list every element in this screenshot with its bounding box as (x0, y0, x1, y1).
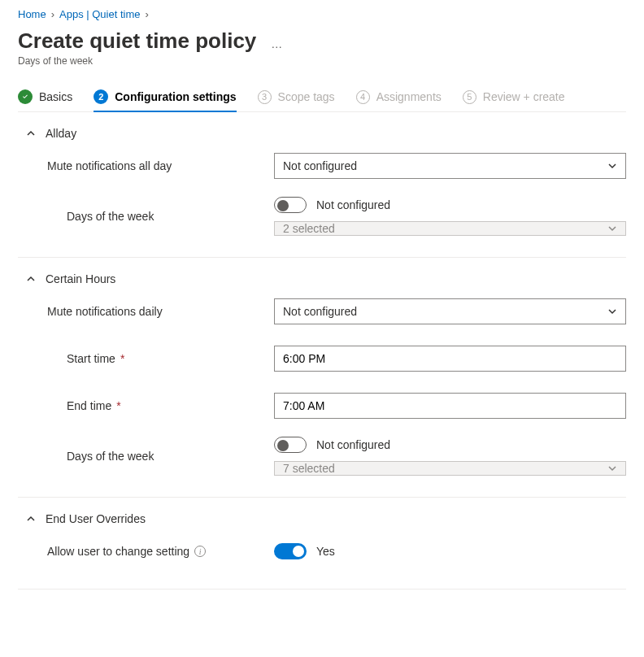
tab-label: Review + create (483, 90, 565, 103)
step-number-icon: 4 (356, 90, 370, 104)
select-value: Not configured (283, 305, 357, 318)
mute-daily-select[interactable]: Not configured (274, 298, 626, 324)
section-certain-hours-toggle[interactable]: Certain Hours (26, 272, 626, 285)
tab-review-create[interactable]: 5 Review + create (463, 84, 565, 112)
select-value: 7 selected (283, 462, 335, 475)
checkmark-icon (18, 89, 33, 104)
tab-label: Assignments (376, 90, 442, 103)
toggle-state-label: Yes (316, 545, 335, 558)
breadcrumb: Home › Apps | Quiet time › (18, 8, 626, 20)
tab-label: Configuration settings (115, 90, 236, 103)
chevron-up-icon (26, 274, 36, 284)
allday-days-select: 2 selected (274, 221, 626, 236)
toggle-knob (277, 440, 289, 451)
section-title: End User Overrides (46, 512, 146, 525)
page-subtitle: Days of the week (18, 55, 626, 67)
section-overrides-toggle[interactable]: End User Overrides (26, 512, 626, 525)
mute-all-day-label: Mute notifications all day (18, 159, 274, 172)
info-icon[interactable]: i (194, 546, 206, 557)
allow-change-label: Allow user to change setting i (18, 545, 274, 558)
start-time-label: Start time* (18, 352, 274, 365)
certain-days-select: 7 selected (274, 461, 626, 476)
section-end-user-overrides: End User Overrides Allow user to change … (18, 498, 626, 590)
page-title: Create quiet time policy (18, 28, 256, 54)
certain-days-toggle[interactable] (274, 437, 307, 453)
required-indicator: * (116, 399, 120, 412)
certain-days-label: Days of the week (18, 450, 274, 463)
tab-basics[interactable]: Basics (18, 83, 72, 112)
section-allday-toggle[interactable]: Allday (26, 127, 626, 140)
section-allday: Allday Mute notifications all day Not co… (18, 112, 626, 258)
mute-daily-label: Mute notifications daily (18, 305, 274, 318)
chevron-down-icon (607, 161, 617, 171)
breadcrumb-home[interactable]: Home (18, 8, 46, 20)
mute-all-day-select[interactable]: Not configured (274, 153, 626, 179)
wizard-tabs: Basics 2 Configuration settings 3 Scope … (18, 83, 626, 112)
chevron-down-icon (607, 307, 617, 316)
tab-configuration-settings[interactable]: 2 Configuration settings (94, 83, 236, 112)
end-time-input[interactable] (274, 393, 626, 419)
tab-label: Scope tags (278, 90, 335, 103)
section-certain-hours: Certain Hours Mute notifications daily N… (18, 258, 626, 498)
allday-days-label: Days of the week (18, 210, 274, 223)
breadcrumb-apps-quiet-time[interactable]: Apps | Quiet time (59, 8, 140, 20)
chevron-down-icon (607, 224, 617, 233)
toggle-state-label: Not configured (316, 438, 390, 451)
tab-assignments[interactable]: 4 Assignments (356, 84, 442, 112)
toggle-knob (293, 546, 304, 557)
section-title: Certain Hours (46, 272, 115, 285)
tab-label: Basics (39, 90, 72, 103)
step-number-icon: 2 (94, 89, 108, 104)
section-title: Allday (46, 127, 76, 140)
more-actions-button[interactable]: … (268, 37, 287, 50)
tab-scope-tags[interactable]: 3 Scope tags (258, 84, 335, 112)
select-value: 2 selected (283, 222, 335, 235)
toggle-state-label: Not configured (316, 198, 390, 211)
required-indicator: * (120, 352, 124, 365)
start-time-input[interactable] (274, 346, 626, 372)
chevron-down-icon (607, 463, 617, 473)
step-number-icon: 3 (258, 90, 272, 104)
allday-days-toggle[interactable] (274, 197, 307, 213)
chevron-right-icon: › (51, 8, 54, 20)
select-value: Not configured (283, 159, 357, 172)
toggle-knob (277, 200, 289, 211)
step-number-icon: 5 (463, 90, 476, 104)
chevron-up-icon (26, 128, 36, 138)
allow-change-toggle[interactable] (274, 543, 307, 559)
chevron-up-icon (26, 514, 36, 524)
chevron-right-icon: › (146, 8, 149, 20)
end-time-label: End time* (18, 399, 274, 412)
